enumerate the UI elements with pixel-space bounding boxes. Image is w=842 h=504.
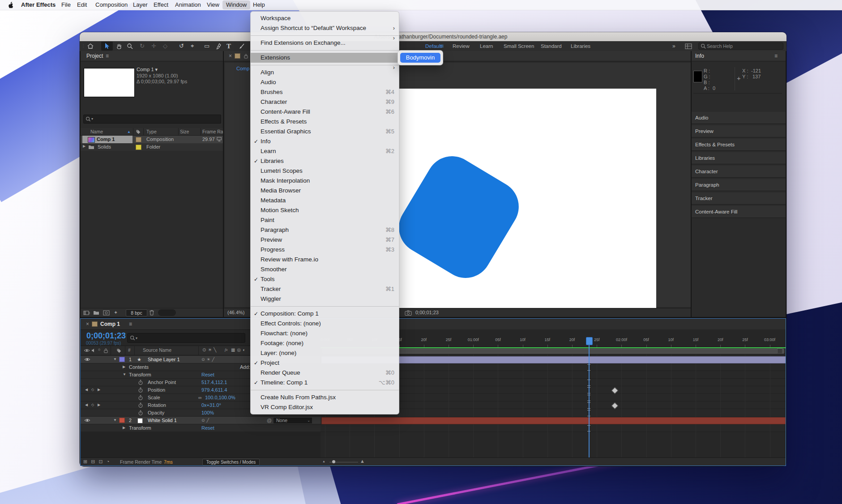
number-column[interactable]: # [128,348,131,353]
timeline-search-input[interactable] [140,334,243,341]
property-value[interactable]: 0x+31.0° [201,401,221,409]
blend-motionblur-column-icons[interactable]: ▦◎◐ [231,347,247,352]
zoom-slider-handle[interactable] [332,460,335,463]
add-keyframe-icon[interactable]: ◇ [91,401,94,409]
source-name-column[interactable]: Source Name [143,347,171,353]
tab-timeline-comp1[interactable]: Comp 1 [100,321,120,327]
trash-icon[interactable] [149,310,154,316]
workspace-tab-default[interactable]: Default [425,41,441,51]
layer-switches[interactable]: ⊙╱ [201,417,211,424]
workspace-grid-icon[interactable] [685,43,692,53]
disclosure-expanded-icon[interactable]: ▼ [113,417,117,424]
menu-item-footage-none[interactable]: Footage: (none) [251,338,399,348]
property-name[interactable]: Position [148,386,165,393]
menu-item-paragraph[interactable]: Paragraph⌘7 [251,225,399,235]
panel-menu-icon[interactable]: ≡ [774,53,778,59]
row-name[interactable]: Solids [98,144,111,149]
next-keyframe-icon[interactable]: ▶ [98,386,100,393]
menu-item-layer-none[interactable]: Layer: (none) [251,348,399,358]
close-tab-icon[interactable]: × [229,53,232,59]
property-value[interactable]: 979.4,611.4 [201,386,227,393]
workspace-tab-learn[interactable]: Learn [480,41,493,51]
table-row-comp1[interactable]: Comp 1 Composition 29.97 [81,136,223,143]
stopwatch-icon[interactable] [138,395,143,402]
menu-item-flowchart-none[interactable]: Flowchart: (none) [251,329,399,338]
menubar-item-after-effects[interactable]: After Effects [17,0,59,10]
dock-panel-character[interactable]: Character [692,166,786,178]
tab-info[interactable]: Info [695,53,704,59]
menu-item-info[interactable]: ✓Info⌘2 [251,137,399,146]
workspace-overflow-chevrons[interactable]: » [672,41,675,51]
menu-item-tracker[interactable]: Tracker [251,284,399,294]
menu-item-tools[interactable]: ✓Tools⌘1 [251,274,399,284]
menu-item-assign-shortcut-to-default-workspace[interactable]: Assign Shortcut to “Default” Workspace› [251,23,399,33]
workspace-menu-icon[interactable]: ≡ [440,41,444,51]
selection-tool-icon[interactable] [103,43,110,52]
parent-dropdown[interactable]: None⌄ [273,417,312,424]
table-row-solids[interactable]: ▶ Solids Folder [81,143,223,151]
rotation-tool-icon[interactable]: ↺ [179,41,184,51]
toggle-switches-modes-button[interactable]: Toggle Switches / Modes [202,459,260,466]
workspace-tab-standard[interactable]: Standard [541,41,562,51]
zoom-tool-icon[interactable] [127,43,133,53]
constrain-proportions-icon[interactable]: ∞ [198,394,202,401]
comp-flyout-name[interactable]: Comp 1 ▾ [137,67,158,73]
menu-item-smoother[interactable]: Smoother [251,265,399,274]
interpret-footage-icon[interactable] [83,310,90,316]
stopwatch-icon[interactable] [138,387,143,394]
disclosure-expanded-icon[interactable]: ▼ [113,356,117,363]
menubar-item-animation[interactable]: Animation [171,0,205,10]
timeline-row-white-solid-1[interactable]: ▼2White Solid 1⊙╱@None⌄ [81,417,321,424]
menu-item-find-extensions-on-exchange[interactable]: Find Extensions on Exchange... [251,38,399,48]
menu-item-create-nulls-from-paths-jsx[interactable]: Create Nulls From Paths.jsx [251,393,399,402]
menu-item-effects-presets[interactable]: Effects & Presets⌘5 [251,117,399,127]
add-keyframe-icon[interactable]: ◇ [91,386,94,393]
reset-link[interactable]: Reset [201,371,214,378]
dock-panel-libraries[interactable]: Libraries [692,152,786,164]
magnification-dropdown[interactable]: (46.4%) [227,310,245,315]
workspace-tab-review[interactable]: Review [453,41,470,51]
stopwatch-icon[interactable] [138,410,143,417]
menu-item-timeline-comp-1[interactable]: ✓Timeline: Comp 1 [251,378,399,388]
pan-camera-tool-icon[interactable]: ✛ [151,41,156,51]
type-tool-icon[interactable]: T [227,41,231,51]
wand-icon[interactable]: ✦ [114,310,118,316]
dock-panel-tracker[interactable]: Tracker [692,192,786,205]
menu-item-review-with-frame-io[interactable]: Review with Frame.io [251,255,399,265]
current-time-indicator-handle[interactable] [586,337,593,345]
group-name[interactable]: Transform [129,424,151,431]
menu-item-vr-comp-editor-jsx[interactable]: VR Comp Editor.jsx [251,402,399,412]
menu-item-mask-interpolation[interactable]: Mask Interpolation [251,176,399,186]
column-name[interactable]: Name [90,129,103,134]
menu-item-brushes[interactable]: Brushes⌘9 [251,87,399,97]
parent-pickwhip-icon[interactable]: @ [267,417,272,424]
column-frame-rate[interactable]: Frame Ra [202,129,223,134]
group-name[interactable]: Contents [129,363,149,371]
row-name[interactable]: Comp 1 [97,137,115,142]
fx-column-icon[interactable]: fx [225,347,228,352]
menu-item-media-browser[interactable]: Media Browser [251,186,399,196]
current-timecode[interactable]: 0;00;01;23 [86,331,126,341]
project-search-input[interactable] [95,115,218,122]
menu-item-render-queue[interactable]: Render Queue⌥⌘0 [251,368,399,378]
video-eye-column-icon[interactable] [84,348,90,353]
close-tab-icon[interactable]: × [86,321,89,327]
menu-item-paint[interactable]: Paint⌘8 [251,215,399,225]
pan-behind-tool-icon[interactable]: ⌖ [191,41,194,51]
bpc-button[interactable]: 8 bpc [126,309,147,316]
disclosure-icon[interactable]: ▶ [123,424,125,431]
stopwatch-icon[interactable] [138,380,143,387]
dock-panel-audio[interactable]: Audio [692,112,786,124]
layer-name[interactable]: Shape Layer 1 [148,356,180,363]
panel-menu-icon[interactable]: ≡ [106,53,109,59]
column-type[interactable]: Type [146,129,157,134]
menubar-item-edit[interactable]: Edit [73,0,90,10]
toolbar-drag-handle[interactable]: ⋮ [81,41,85,51]
previous-keyframe-icon[interactable]: ◀ [85,401,88,409]
switches-column-icons[interactable]: ⊙☀╲ [202,347,218,352]
dock-panel-paragraph[interactable]: Paragraph [692,179,786,191]
sort-ascending-icon[interactable]: ▲ [127,130,131,134]
menu-item-project[interactable]: ✓Project⌘0 [251,358,399,368]
label-color-chip[interactable] [136,145,141,150]
reset-link[interactable]: Reset [201,424,214,431]
